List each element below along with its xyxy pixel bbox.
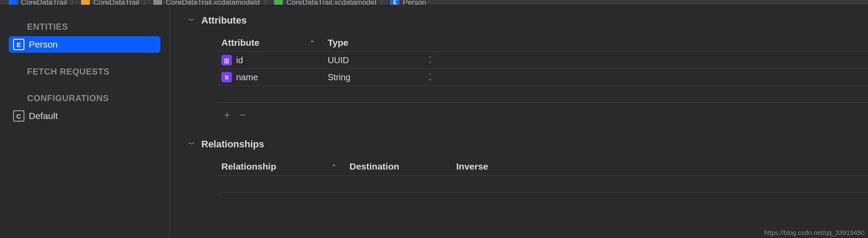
chevron-right-icon: 〉 <box>263 0 271 5</box>
column-header-destination[interactable]: Destination <box>349 161 456 172</box>
folder-icon <box>81 0 90 5</box>
add-button[interactable]: + <box>224 109 230 121</box>
column-header-type[interactable]: Type <box>328 37 445 48</box>
sidebar-item-label: Person <box>29 39 58 50</box>
sidebar-item-person[interactable]: E Person <box>9 36 160 53</box>
attributes-section: ﹀ Attributes Attribute ⌃ Type ||| id <box>170 15 868 121</box>
table-header-row: Relationship ⌃ Destination Inverse <box>219 158 868 176</box>
relationships-section: ﹀ Relationships Relationship ⌃ Destinati… <box>170 139 868 210</box>
sort-ascending-icon: ⌃ <box>310 40 315 46</box>
breadcrumb: CoreDataTrail 〉 CoreDataTrail 〉 CoreData… <box>0 0 868 5</box>
chevron-right-icon: 〉 <box>142 0 150 5</box>
content-area: ﹀ Attributes Attribute ⌃ Type ||| id <box>170 5 868 238</box>
model-icon <box>274 0 283 5</box>
chevron-down-icon[interactable]: ﹀ <box>188 140 195 149</box>
breadcrumb-item[interactable]: CoreDataTrail <box>81 0 139 5</box>
column-header-inverse[interactable]: Inverse <box>456 161 543 172</box>
chevron-right-icon: 〉 <box>70 0 78 5</box>
configuration-icon: C <box>13 110 24 122</box>
attributes-table: Attribute ⌃ Type ||| id UUID ⌃⌄ <box>219 34 868 121</box>
updown-chevron-icon: ⌃⌄ <box>428 57 432 63</box>
table-header-row: Attribute ⌃ Type <box>219 34 868 52</box>
breadcrumb-item[interactable]: CoreDataTrail.xcdatamodel <box>274 0 376 5</box>
watermark: https://blog.csdn.net/qq_33919450 <box>764 229 865 236</box>
uuid-type-icon: ||| <box>221 55 232 65</box>
updown-chevron-icon: ⌃⌄ <box>428 74 432 80</box>
sort-ascending-icon: ⌃ <box>332 163 336 170</box>
column-header-attribute[interactable]: Attribute ⌃ <box>219 37 328 48</box>
column-header-relationship[interactable]: Relationship ⌃ <box>219 161 349 172</box>
project-icon <box>9 0 17 5</box>
attribute-name: name <box>236 72 258 82</box>
file-icon <box>153 0 162 5</box>
section-title-relationships: Relationships <box>201 139 264 150</box>
sidebar-item-label: Default <box>29 111 58 121</box>
sidebar: ENTITIES E Person FETCH REQUESTS CONFIGU… <box>0 5 170 238</box>
sidebar-item-default[interactable]: C Default <box>9 108 160 124</box>
remove-button[interactable]: − <box>240 109 246 121</box>
type-dropdown[interactable]: UUID ⌃⌄ <box>328 55 445 65</box>
entity-icon: E <box>390 0 399 5</box>
chevron-right-icon: 〉 <box>380 0 387 5</box>
sidebar-header-entities: ENTITIES <box>0 18 169 35</box>
breadcrumb-item[interactable]: CoreDataTrail <box>9 0 67 5</box>
chevron-down-icon[interactable]: ﹀ <box>188 16 195 25</box>
attribute-name: id <box>236 55 243 65</box>
relationships-table: Relationship ⌃ Destination Inverse <box>219 158 868 210</box>
table-row-empty <box>219 176 868 193</box>
type-dropdown[interactable]: String ⌃⌄ <box>328 72 445 82</box>
sidebar-header-config: CONFIGURATIONS <box>0 90 169 107</box>
table-row[interactable]: S name String ⌃⌄ <box>219 69 868 86</box>
section-title-attributes: Attributes <box>201 15 247 26</box>
sidebar-header-fetch: FETCH REQUESTS <box>0 63 169 80</box>
entity-icon: E <box>13 39 24 50</box>
breadcrumb-item[interactable]: E Person <box>390 0 426 5</box>
string-type-icon: S <box>221 72 232 82</box>
table-row-empty <box>219 86 868 103</box>
table-row-empty <box>219 193 868 210</box>
table-row[interactable]: ||| id UUID ⌃⌄ <box>219 52 868 69</box>
breadcrumb-item[interactable]: CoreDataTrail.xcdatamodeld <box>153 0 260 5</box>
